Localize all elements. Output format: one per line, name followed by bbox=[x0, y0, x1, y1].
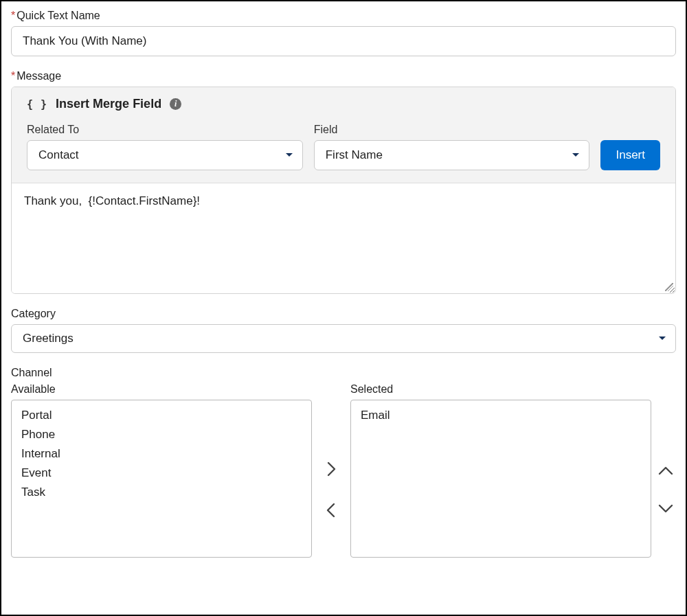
required-indicator: * bbox=[11, 70, 15, 82]
category-value: Greetings bbox=[23, 332, 74, 345]
move-left-button[interactable] bbox=[324, 501, 339, 519]
chevron-left-icon bbox=[325, 503, 337, 518]
related-to-value: Contact bbox=[38, 148, 79, 162]
channel-label: Channel bbox=[11, 367, 676, 379]
category-label: Category bbox=[11, 308, 676, 320]
list-item[interactable]: Phone bbox=[19, 425, 304, 444]
channel-dual-list: Available PortalPhoneInternalEventTask S… bbox=[11, 383, 676, 558]
list-item[interactable]: Internal bbox=[19, 444, 304, 464]
related-to-label: Related To bbox=[27, 124, 303, 136]
move-up-button[interactable] bbox=[657, 464, 675, 478]
quick-text-name-label-text: Quick Text Name bbox=[16, 10, 100, 21]
merge-braces-icon: { } bbox=[27, 98, 47, 111]
message-label-text: Message bbox=[16, 70, 61, 82]
selected-header: Selected bbox=[350, 383, 651, 396]
list-item[interactable]: Event bbox=[19, 464, 304, 483]
insert-button[interactable]: Insert bbox=[600, 140, 660, 170]
move-right-button[interactable] bbox=[324, 460, 339, 478]
quick-text-name-input[interactable] bbox=[11, 26, 676, 56]
list-item[interactable]: Email bbox=[358, 406, 644, 425]
available-header: Available bbox=[11, 383, 312, 396]
selected-listbox[interactable]: Email bbox=[350, 400, 651, 558]
message-label: *Message bbox=[11, 70, 676, 82]
chevron-up-icon bbox=[658, 466, 673, 477]
field-value: First Name bbox=[326, 148, 383, 162]
info-icon[interactable]: i bbox=[170, 98, 181, 110]
list-item[interactable]: Task bbox=[19, 483, 304, 502]
chevron-down-icon bbox=[658, 503, 673, 514]
related-to-select[interactable]: Contact bbox=[27, 140, 303, 170]
form-container: *Quick Text Name *Message { } Insert Mer… bbox=[0, 0, 687, 616]
merge-field-title: Insert Merge Field bbox=[56, 97, 161, 111]
field-select[interactable]: First Name bbox=[314, 140, 590, 170]
message-panel: { } Insert Merge Field i Related To Cont… bbox=[11, 87, 676, 294]
category-select[interactable]: Greetings bbox=[11, 324, 676, 353]
move-down-button[interactable] bbox=[657, 501, 675, 515]
quick-text-name-label: *Quick Text Name bbox=[11, 10, 676, 22]
list-item[interactable]: Portal bbox=[19, 406, 304, 425]
available-listbox[interactable]: PortalPhoneInternalEventTask bbox=[11, 400, 312, 558]
merge-field-header: { } Insert Merge Field i Related To Cont… bbox=[12, 87, 675, 183]
required-indicator: * bbox=[11, 10, 15, 21]
field-label: Field bbox=[314, 124, 590, 136]
message-textarea[interactable] bbox=[12, 183, 675, 293]
chevron-right-icon bbox=[325, 461, 337, 477]
